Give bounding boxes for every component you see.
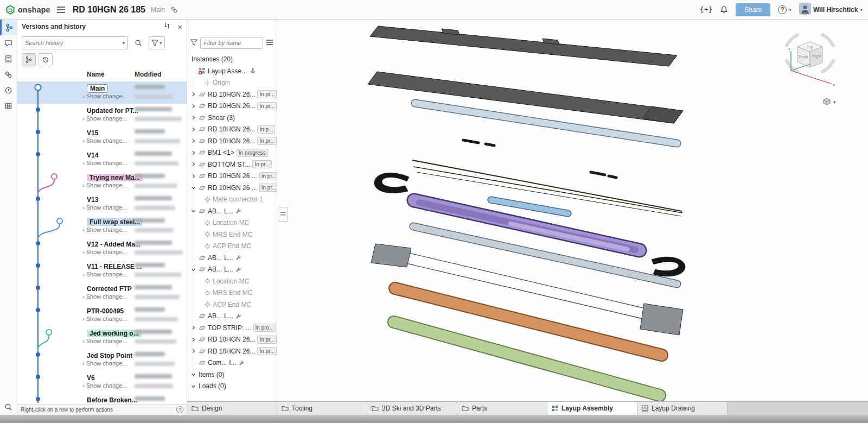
instance-row[interactable]: MRS End MC: [187, 229, 277, 241]
version-row[interactable]: PTR-000495›Show change...: [17, 304, 187, 326]
featurescript-icon[interactable]: {+}: [700, 5, 712, 14]
chevron-down-icon[interactable]: [191, 209, 199, 213]
show-changes-link[interactable]: Show change...: [86, 115, 127, 122]
view-options-dropdown[interactable]: ▾: [822, 98, 836, 106]
search-tools-icon[interactable]: [0, 400, 17, 414]
viewcube-top-label[interactable]: Top: [807, 45, 813, 49]
layer-top-sheet[interactable]: [370, 26, 677, 66]
rail-properties-icon[interactable]: [0, 51, 17, 67]
instance-row[interactable]: AB...L...: [187, 252, 277, 264]
expand-changes-icon[interactable]: ›: [82, 271, 85, 277]
instance-row[interactable]: MRS End MC: [187, 287, 277, 299]
expand-changes-icon[interactable]: ›: [82, 338, 85, 344]
version-name[interactable]: V12 - Added Ma...: [87, 241, 141, 248]
show-changes-link[interactable]: Show change...: [86, 204, 127, 211]
show-changes-link[interactable]: Show change...: [86, 249, 127, 255]
version-row[interactable]: Before Broken...›Show change...: [17, 393, 187, 404]
rail-comments-icon[interactable]: [0, 35, 17, 51]
anchor-icon[interactable]: [250, 68, 256, 74]
rail-tables-icon[interactable]: [0, 98, 17, 114]
history-search-box[interactable]: ▾: [22, 36, 128, 49]
version-row[interactable]: V6›Show change...: [17, 371, 187, 393]
instance-row[interactable]: RD 10HGN 26...In pr...: [187, 100, 277, 112]
instance-row[interactable]: RD 10HGN 26...In pr...: [187, 89, 277, 100]
instance-row[interactable]: BOTTOM ST...In pr...: [187, 159, 277, 171]
chevron-down-icon[interactable]: [191, 384, 199, 389]
viewcube-front-label[interactable]: Front: [799, 55, 808, 59]
tip-spacer-right[interactable]: [652, 257, 685, 276]
tab-layup-assembly[interactable]: Layup Assembly: [547, 402, 637, 415]
instance-filter-box[interactable]: [200, 37, 263, 49]
version-name[interactable]: Jed Stop Point: [87, 352, 132, 359]
instance-row[interactable]: RD 10HGN 26...In p...: [187, 124, 277, 136]
tab-design[interactable]: Design: [187, 402, 277, 415]
version-row[interactable]: Main›Show change...: [17, 81, 187, 104]
viewcube-right-label[interactable]: Right: [812, 54, 821, 59]
panel-collapse-handle[interactable]: [278, 207, 288, 222]
help-menu[interactable]: ? ▾: [778, 5, 792, 14]
copy-link-icon[interactable]: [170, 6, 178, 14]
3d-viewport[interactable]: Top Front Right z x ▾: [277, 20, 868, 401]
user-menu[interactable]: Will Hirschtick ▾: [799, 3, 863, 17]
instance-row[interactable]: Com...I...: [187, 357, 277, 369]
notifications-bell-icon[interactable]: [720, 5, 728, 14]
chevron-right-icon[interactable]: [191, 349, 199, 353]
instance-row[interactable]: RD 10HGN 26 ...In pr...: [187, 182, 277, 194]
branch-name[interactable]: Main: [151, 6, 165, 14]
chevron-right-icon[interactable]: [191, 92, 199, 97]
instance-row[interactable]: ACP End MC: [187, 299, 277, 311]
version-name[interactable]: V14: [87, 151, 98, 159]
show-changes-link[interactable]: Show change...: [86, 137, 127, 144]
chevron-right-icon[interactable]: [191, 138, 199, 143]
expand-changes-icon[interactable]: ›: [82, 360, 85, 367]
chevron-right-icon[interactable]: [191, 104, 199, 109]
refresh-icon[interactable]: [163, 22, 171, 31]
expand-changes-icon[interactable]: ›: [82, 160, 85, 166]
version-name[interactable]: V15: [87, 129, 98, 137]
view-cube[interactable]: Top Front Right z x: [787, 35, 835, 87]
instance-row[interactable]: Mate connector 1: [187, 194, 277, 206]
chevron-right-icon[interactable]: [191, 337, 199, 342]
version-row[interactable]: Jed Stop Point›Show change...: [17, 349, 187, 371]
tab-parts[interactable]: Parts: [457, 402, 547, 415]
tab-tooling[interactable]: Tooling: [277, 402, 367, 415]
instance-filter-input[interactable]: [203, 40, 260, 46]
tab-3d-ski-and-3d-parts[interactable]: 3D Ski and 3D Parts: [367, 402, 457, 415]
version-row[interactable]: Updated for PT...›Show change...: [17, 104, 187, 126]
instance-row[interactable]: AB...L...: [187, 205, 277, 217]
layer-base-green[interactable]: [394, 322, 660, 395]
chevron-down-icon[interactable]: [191, 267, 199, 272]
instance-row[interactable]: RD 10HGN 26...In pr...: [187, 334, 277, 346]
graph-view-toggle-icon[interactable]: [22, 53, 36, 66]
version-name[interactable]: Before Broken...: [87, 396, 137, 404]
onshape-logo[interactable]: onshape: [5, 5, 50, 15]
help-icon[interactable]: ?: [778, 5, 787, 14]
search-caret-icon[interactable]: ▾: [122, 40, 125, 46]
expand-changes-icon[interactable]: ›: [82, 93, 85, 99]
layer-core-sheet[interactable]: [368, 72, 683, 123]
version-name[interactable]: V13: [87, 196, 98, 204]
funnel-icon[interactable]: [190, 38, 197, 48]
show-changes-link[interactable]: Show change...: [86, 160, 127, 166]
expand-changes-icon[interactable]: ›: [82, 315, 85, 322]
layer-insert-skyblue[interactable]: [491, 200, 568, 213]
share-button[interactable]: Share: [736, 3, 770, 16]
version-row[interactable]: V12 - Added Ma...›Show change...: [17, 237, 187, 260]
show-changes-link[interactable]: Show change...: [86, 182, 127, 188]
version-row[interactable]: V15›Show change...: [17, 126, 187, 148]
version-row[interactable]: V11 - RELEASE ...›Show change...: [17, 260, 187, 282]
show-changes-link[interactable]: Show change...: [86, 338, 127, 344]
version-name[interactable]: Main: [87, 84, 108, 93]
instance-row[interactable]: Location MC: [187, 275, 277, 287]
instance-row[interactable]: RD 10HGN 26...In pr...: [187, 345, 277, 357]
show-changes-link[interactable]: Show change...: [86, 315, 127, 322]
version-row[interactable]: Corrected FTP›Show change...: [17, 282, 187, 304]
list-options-icon[interactable]: [266, 38, 273, 48]
instance-row[interactable]: Layup Asse...: [187, 65, 277, 77]
filter-button[interactable]: ▾: [149, 36, 165, 49]
version-name[interactable]: V11 - RELEASE ...: [87, 263, 142, 270]
expand-changes-icon[interactable]: ›: [82, 249, 85, 255]
instance-row[interactable]: ACP End MC: [187, 241, 277, 252]
show-changes-link[interactable]: Show change...: [86, 382, 127, 389]
instance-row[interactable]: Items (0): [187, 369, 277, 381]
